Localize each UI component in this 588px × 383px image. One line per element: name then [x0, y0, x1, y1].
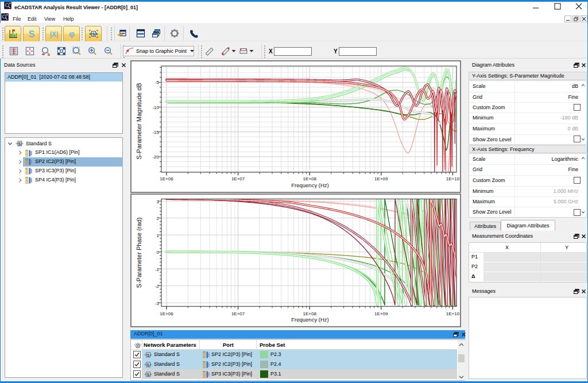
svg-text:S: S — [147, 353, 150, 357]
svg-text:S: S — [28, 29, 34, 39]
svg-text:S: S — [147, 363, 150, 367]
svg-text:S: S — [92, 32, 95, 37]
svg-text:S: S — [18, 142, 21, 146]
svg-text:|X|: |X| — [49, 30, 58, 38]
svg-text:S: S — [147, 373, 150, 377]
svg-text:φ: φ — [68, 29, 74, 38]
